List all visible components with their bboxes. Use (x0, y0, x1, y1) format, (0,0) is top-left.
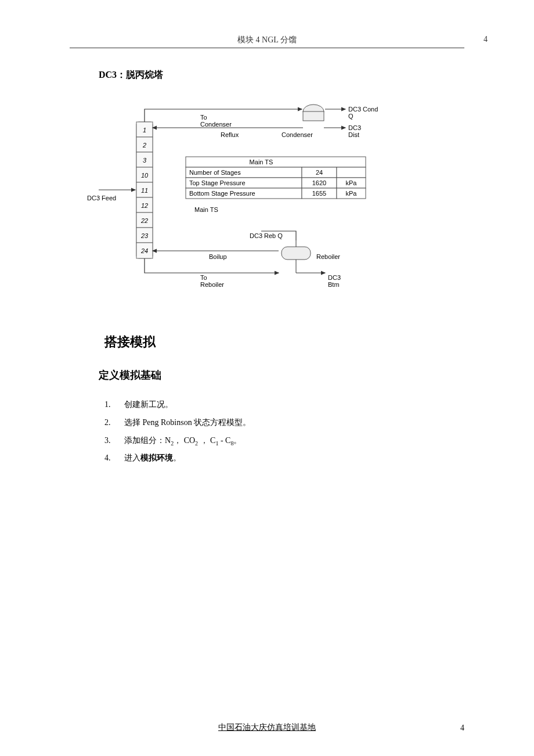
reboiler-vessel (282, 247, 311, 260)
line-to-condenser (145, 109, 302, 122)
row-botp-label: Bottom Stage Pressure (189, 190, 255, 197)
list-number: 1. (104, 396, 124, 414)
list-text: 创建新工况。 (124, 396, 173, 414)
label-to-condenser-2: Condenser (200, 121, 232, 128)
page-header: 模块 4 NGL 分馏 4 (70, 35, 464, 48)
page-footer: 中国石油大庆仿真培训基地 4 (0, 722, 534, 733)
heading-1: 搭接模拟 (104, 333, 464, 351)
header-page-number: 4 (484, 35, 488, 44)
list-text: 添加组分：N2， CO2 ， C1 - C8。 (124, 432, 241, 450)
row-botp-val: 1655 (312, 190, 326, 197)
stage-10: 10 (141, 172, 149, 179)
label-boilup: Boilup (209, 253, 227, 260)
label-dc3-btm-1: DC3 (328, 274, 341, 281)
header-title: 模块 4 NGL 分馏 (237, 35, 297, 44)
list-item: 3. 添加组分：N2， CO2 ， C1 - C8。 (104, 432, 464, 450)
row-botp-unit: kPa (346, 190, 358, 197)
stage-22: 22 (140, 217, 148, 224)
table-title: Main TS (250, 159, 273, 165)
label-reboiler: Reboiler (316, 253, 340, 260)
label-to-condenser-1: To (200, 114, 207, 121)
main-ts-table: Main TS Number of Stages 24 Top Stage Pr… (186, 157, 366, 199)
svg-rect-9 (303, 111, 324, 121)
label-dc3-cond-q-2: Q (348, 113, 353, 120)
list-number: 3. (104, 432, 124, 450)
list-text: 进入模拟环境。 (124, 449, 181, 467)
stage-3: 3 (143, 157, 147, 164)
label-dc3-cond-q-1: DC3 Cond (348, 106, 378, 113)
step4-bold: 模拟环境 (140, 453, 173, 462)
line-to-reboiler (145, 258, 279, 273)
stage-11: 11 (141, 187, 148, 194)
list-text: 选择 Peng Robinson 状态方程模型。 (124, 414, 251, 432)
row-topp-val: 1620 (312, 179, 326, 186)
svg-rect-12 (186, 157, 366, 167)
step4-prefix: 进入 (124, 453, 140, 462)
label-dc3-dist-2: Dist (348, 131, 359, 138)
list-item: 1. 创建新工况。 (104, 396, 464, 414)
row-topp-label: Top Stage Pressure (189, 179, 246, 186)
step4-suffix: 。 (173, 453, 181, 462)
list-number: 2. (104, 414, 124, 432)
row-topp-unit: kPa (346, 179, 358, 186)
list-item: 2. 选择 Peng Robinson 状态方程模型。 (104, 414, 464, 432)
list-number: 4. (104, 449, 124, 467)
row-nstages-val: 24 (316, 169, 323, 176)
label-reb-q: DC3 Reb Q (250, 232, 283, 239)
stage-24: 24 (140, 247, 148, 254)
svg-rect-15 (337, 167, 366, 178)
label-reflux: Reflux (221, 131, 239, 138)
label-to-reboiler-1: To (200, 274, 207, 281)
page: 模块 4 NGL 分馏 4 DC3：脱丙烷塔 (0, 0, 534, 756)
stage-23: 23 (140, 232, 149, 239)
label-to-reboiler-2: Reboiler (200, 281, 224, 288)
label-dc3-btm-2: Btm (328, 281, 340, 288)
label-condenser: Condenser (282, 131, 313, 138)
label-feed: DC3 Feed (87, 195, 116, 201)
footer-page-number: 4 (460, 723, 464, 733)
stage-12: 12 (141, 202, 148, 209)
row-nstages-label: Number of Stages (189, 169, 241, 176)
dc3-diagram: 1 2 3 10 11 12 22 23 24 To Condenser Con… (87, 99, 464, 298)
stage-2: 2 (142, 142, 146, 149)
section-dc3-title: DC3：脱丙烷塔 (99, 69, 464, 81)
steps-list: 1. 创建新工况。 2. 选择 Peng Robinson 状态方程模型。 3.… (104, 396, 464, 467)
diagram-svg: 1 2 3 10 11 12 22 23 24 To Condenser Con… (87, 99, 412, 296)
stage-1: 1 (143, 127, 146, 134)
label-main-ts: Main TS (194, 206, 218, 213)
footer-text: 中国石油大庆仿真培训基地 (218, 723, 316, 732)
list-item: 4. 进入模拟环境。 (104, 449, 464, 467)
label-dc3-dist-1: DC3 (348, 124, 361, 131)
heading-2: 定义模拟基础 (99, 368, 464, 382)
